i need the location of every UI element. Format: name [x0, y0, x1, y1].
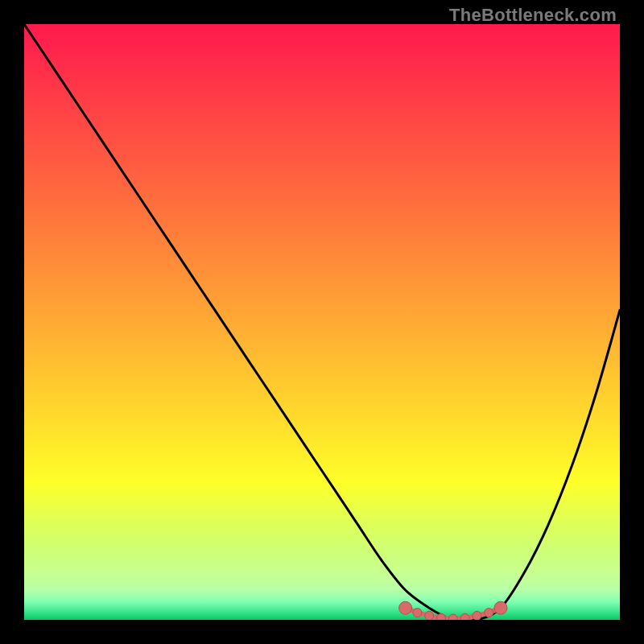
watermark-text: TheBottleneck.com	[449, 5, 617, 26]
chart-frame	[24, 24, 620, 620]
background-gradient	[24, 24, 620, 620]
